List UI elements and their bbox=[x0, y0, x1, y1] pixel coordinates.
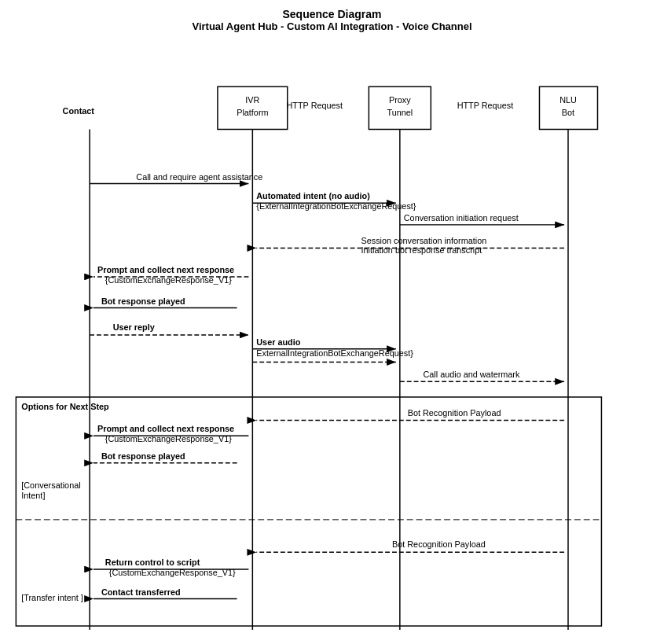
msg-user-audio-sublabel: ExternalIntegrationBotExchangeRequest} bbox=[256, 348, 413, 358]
msg-prompt-collect-2-sublabel: {CustomExchangeResponse_V1} bbox=[105, 434, 232, 443]
msg-call-audio-label: Call audio and watermark bbox=[423, 370, 520, 379]
msg-conv-init-label: Conversation initiation request bbox=[404, 213, 519, 223]
msg-bot-recog-2-label: Bot Recognition Payload bbox=[392, 539, 486, 549]
msg-prompt-collect-1-label: Prompt and collect next response bbox=[97, 265, 234, 274]
nlu-label-1: NLU bbox=[559, 95, 577, 105]
msg-automated-intent-sublabel: {ExternalIntegrationBotExchangeRequest} bbox=[256, 201, 416, 211]
nlu-label-2: Bot bbox=[562, 108, 574, 117]
conv-intent-label-2: Intent] bbox=[21, 491, 45, 500]
msg-user-audio-label: User audio bbox=[256, 337, 300, 347]
title-section: Sequence Diagram Virtual Agent Hub - Cus… bbox=[8, 8, 656, 32]
msg-call-require-label: Call and require agent assistance bbox=[136, 172, 262, 182]
proxy-label-2: Tunnel bbox=[387, 108, 413, 117]
msg-automated-intent-label: Automated intent (no audio) bbox=[256, 191, 370, 201]
msg-session-info-label: Session conversation information bbox=[361, 236, 487, 245]
msg-bot-response-1-label: Bot response played bbox=[101, 296, 185, 306]
sequence-diagram: Contact IVR Platform HTTP Request Proxy … bbox=[8, 40, 656, 630]
options-label: Options for Next Step bbox=[21, 402, 109, 411]
title-line1: Sequence Diagram bbox=[8, 8, 656, 20]
msg-prompt-collect-2-label: Prompt and collect next response bbox=[97, 424, 234, 433]
transfer-intent-label: [Transfer intent ] bbox=[21, 593, 83, 602]
msg-prompt-collect-1-sublabel: {CustomExchangeResponse_V1} bbox=[105, 275, 232, 285]
msg-bot-recog-1-label: Bot Recognition Payload bbox=[408, 408, 501, 418]
ivr-label-1: IVR bbox=[245, 95, 259, 105]
proxy-label-1: Proxy bbox=[389, 95, 411, 105]
conv-intent-label-1: [Conversational bbox=[21, 480, 80, 490]
http-request-1: HTTP Request bbox=[287, 101, 343, 110]
msg-user-reply-label: User reply bbox=[113, 322, 155, 332]
contact-label: Contact bbox=[63, 106, 95, 116]
msg-return-control-label: Return control to script bbox=[105, 558, 200, 567]
ivr-label-2: Platform bbox=[237, 108, 268, 117]
msg-session-info-sublabel: Initiation bot response transcript bbox=[361, 245, 482, 255]
diagram-container: Sequence Diagram Virtual Agent Hub - Cus… bbox=[0, 0, 664, 644]
msg-return-control-sublabel: {CustomExchangeResponse_V1} bbox=[109, 568, 236, 577]
msg-contact-transferred-label: Contact transferred bbox=[101, 587, 181, 597]
http-request-2: HTTP Request bbox=[457, 101, 514, 110]
title-line2: Virtual Agent Hub - Custom AI Integratio… bbox=[8, 20, 656, 32]
msg-bot-response-2-label: Bot response played bbox=[101, 451, 185, 461]
